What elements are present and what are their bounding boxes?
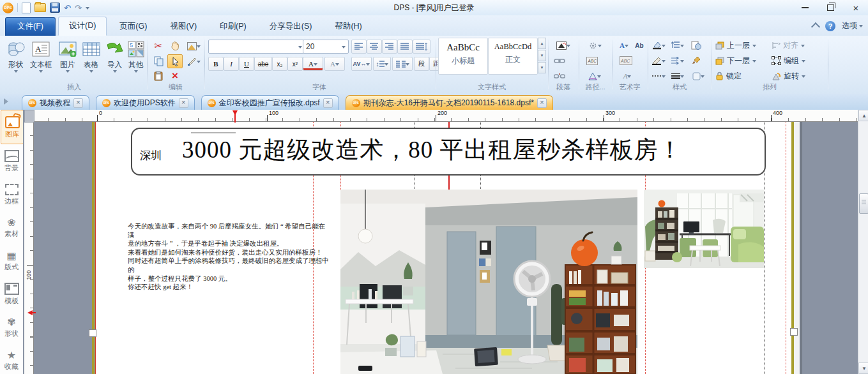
close-tab-icon[interactable]: × [323,98,333,108]
sidebar-item-border[interactable]: 边框 [1,177,22,211]
copy-button[interactable] [151,54,166,68]
wordart-style-box-icon[interactable]: ABC [617,54,635,68]
style-card-subtitle[interactable]: AaBbCc 小标题 [438,38,488,75]
underline-button[interactable]: U [239,57,254,71]
send-backward-button[interactable]: 下一层 [715,54,756,67]
sidebar-item-material[interactable]: ❀ 素材 [1,211,22,244]
line-spacing-button[interactable]: ↕ [373,57,391,71]
tab-share-export[interactable]: 分享导出(S) [259,18,323,36]
lock-button[interactable]: 锁定 [715,70,742,82]
canvas-viewport[interactable]: 深圳 3000 元超级改造术，80 平出租屋秒杀样板房！ 今天的改造故事，来自两… [23,110,858,374]
tab-view[interactable]: 视图(V) [160,18,207,36]
style-scroll-up-icon[interactable]: ▲ [538,38,546,49]
style-card-body[interactable]: AaBbCcDd 正文 [488,38,538,75]
align-justify-button[interactable] [397,40,413,54]
fill-color-button[interactable] [649,38,668,52]
group-objects-button[interactable]: 编组 [772,54,805,67]
tab-design[interactable]: 设计(D) [58,17,107,36]
minimize-button[interactable] [796,2,813,13]
rotate-button[interactable]: 旋转 [772,70,805,82]
line-weight-button[interactable] [668,69,687,83]
scrollbar-thumb[interactable] [859,193,868,214]
close-tab-icon[interactable]: × [73,98,83,108]
import-button[interactable]: 导入 [103,38,126,75]
arrow-style-button[interactable] [668,54,687,68]
copy-style-button[interactable] [689,38,704,52]
body-text-frame[interactable]: 今天的改造故事，来自两个 90 后摩羯座女生。她们 “ 希望自己能在满 意的地方… [128,222,331,292]
strikethrough-button[interactable]: abe [254,57,272,71]
align-right-button[interactable] [382,40,397,54]
sidebar-item-template[interactable]: 模板 [1,277,22,310]
scroll-down-icon[interactable]: ▼ [858,363,868,374]
italic-button[interactable]: I [224,57,239,71]
cut-button[interactable]: ✂ [151,39,166,53]
style-scroll-down-icon[interactable]: ▼ [538,50,546,61]
char-shading-button[interactable]: A [324,57,345,71]
replace-font-button[interactable]: Ab [632,38,646,52]
sidebar-item-layout[interactable]: ▦ 版式 [1,244,22,277]
doc-tab-welcome[interactable]: DPS 欢迎使用DPS软件 × [96,95,195,110]
doc-tab-campaign-flyer[interactable]: DPS 金印客校园推广宣传报改.dpsf × [201,95,339,110]
delete-button[interactable]: × [167,69,183,83]
dash-style-button[interactable] [649,69,668,83]
insert-textbox-button[interactable]: A 文本框 [27,38,54,75]
align-center-button[interactable] [367,40,382,54]
close-button[interactable]: × [848,2,864,13]
doc-tab-magazine-active[interactable]: DPS 期刊杂志-大16开骑马钉-文档20190115-1618.dpsf* × [346,95,553,110]
text-wrap-button[interactable] [552,38,575,52]
expand-panel-button[interactable] [3,96,11,107]
select-tool-button[interactable] [167,54,183,68]
tab-help[interactable]: 帮助(H) [324,18,372,36]
paste-button[interactable] [151,69,166,83]
scroll-up-icon[interactable]: ▲ [858,110,868,121]
distribute-text-button[interactable] [413,40,430,54]
align-left-button[interactable] [351,40,367,54]
font-family-select[interactable] [208,40,305,54]
path-warp-button[interactable] [584,69,605,83]
doc-tab-video-tutorial[interactable]: DPS 视频教程 × [22,95,89,110]
vertical-ruler[interactable]: 100 [24,121,34,374]
selection-handle-left[interactable] [89,329,96,337]
subscript-button[interactable]: x₂ [272,57,287,71]
char-spacing-button[interactable]: AV↔ [351,57,372,71]
close-tab-icon[interactable]: × [537,98,547,108]
sidebar-item-shape[interactable]: ✾ 形状 [1,310,22,343]
insert-shape-button[interactable]: 形状 [4,38,27,75]
node-edit-button[interactable] [184,54,203,68]
bring-forward-button[interactable]: 上一层 [715,39,756,52]
link-frames-icon[interactable] [552,54,567,68]
tab-print[interactable]: 印刷(P) [209,18,257,36]
columns-button[interactable] [392,57,413,71]
line-style-button[interactable] [649,54,668,68]
selection-handle-right[interactable] [790,328,798,336]
style-gallery-more-icon[interactable]: ▼ [538,62,546,73]
insert-table-button[interactable]: 表格 [79,38,103,75]
close-tab-icon[interactable]: × [179,98,188,108]
sidebar-item-favorites[interactable]: ★ 收藏 [1,343,22,374]
vertical-scrollbar[interactable]: ▲ ▼ [858,110,868,374]
room-photo-small[interactable] [644,190,764,268]
horizontal-ruler[interactable]: 0 100 200 300 400 [33,110,858,122]
font-size-select[interactable]: 20 [303,40,349,54]
style-gallery-scroll[interactable]: ▲ ▼ ▼ [538,38,546,73]
superscript-button[interactable]: x² [287,57,303,71]
insert-other-button[interactable]: 5 其他 [124,38,148,75]
paragraph-settings-button[interactable]: 段 [414,57,429,71]
wordart-transform-button[interactable]: A [617,69,637,83]
room-photo-large[interactable] [340,190,637,374]
guide-red-dashed-4[interactable] [786,121,786,374]
font-color-button[interactable]: A [303,57,323,71]
path-gear-button[interactable] [584,38,605,52]
unlink-frames-icon[interactable] [552,69,567,83]
text-on-path-icon[interactable]: ABC [584,54,600,68]
tab-file[interactable]: 文件(F) [5,17,56,36]
picture-tool-button[interactable] [184,39,203,53]
pan-hand-button[interactable] [167,39,183,53]
wordart-color-button[interactable]: A [614,38,634,52]
collapse-ribbon-icon[interactable] [811,22,820,31]
restore-button[interactable] [822,2,839,13]
stroke-spacing-button[interactable] [668,38,687,52]
tab-page[interactable]: 页面(G) [109,18,157,36]
sidebar-item-background[interactable]: 背景 [1,144,22,177]
bold-button[interactable]: B [208,57,224,71]
